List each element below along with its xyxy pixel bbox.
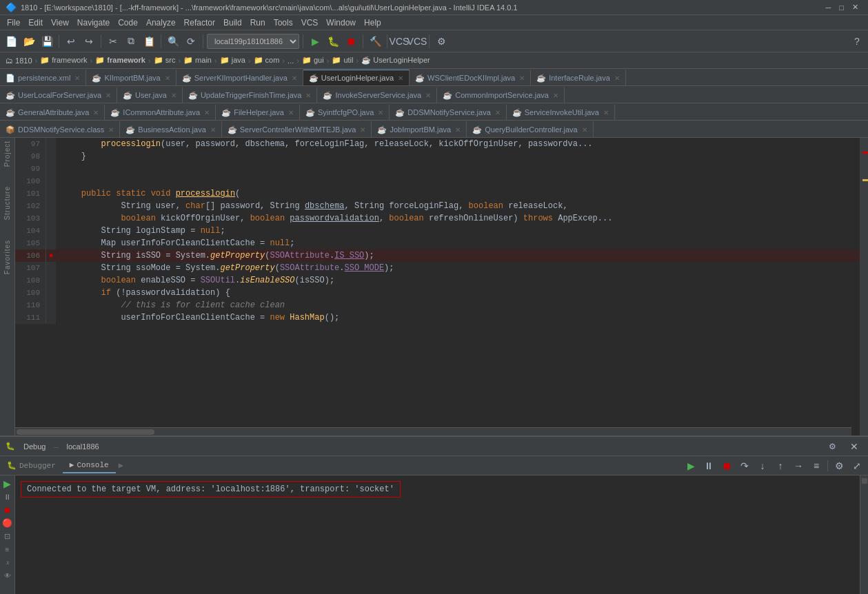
debug-close-btn[interactable]: ✕ xyxy=(846,438,862,455)
minimize-btn[interactable]: ─ xyxy=(822,3,836,12)
cut-btn[interactable]: ✂ xyxy=(105,33,121,50)
tab-invokeserver[interactable]: ☕ InvokeServerService.java ✕ xyxy=(317,87,437,103)
debug-stop-side-btn[interactable]: ⏹ xyxy=(2,504,13,515)
breadcrumb-framework1[interactable]: 📁 framework xyxy=(40,56,87,65)
debug-vars-btn[interactable]: 𝑥 xyxy=(2,557,13,568)
tab-persistence-xml[interactable]: 📄 persistence.xml ✕ xyxy=(0,70,86,85)
close-icon[interactable]: ✕ xyxy=(614,74,620,82)
tab-serverkiimporthandler[interactable]: ☕ ServerKIImportHandler.java ✕ xyxy=(176,70,303,85)
debug-thread-btn[interactable]: ⊡ xyxy=(2,531,13,542)
breadcrumb-framework2[interactable]: 📁 framework xyxy=(95,56,145,65)
tab-user[interactable]: ☕ User.java ✕ xyxy=(117,87,183,103)
build-btn[interactable]: 🔨 xyxy=(367,33,383,50)
menu-window[interactable]: Window xyxy=(322,17,360,29)
close-icon[interactable]: ✕ xyxy=(108,126,114,134)
close-icon[interactable]: ✕ xyxy=(603,109,609,116)
debug-mute-btn[interactable]: 🔴 xyxy=(2,518,13,529)
menu-code[interactable]: Code xyxy=(114,17,142,29)
menu-build[interactable]: Build xyxy=(219,17,246,29)
menu-tools[interactable]: Tools xyxy=(270,17,297,29)
tab-wsclientedocki[interactable]: ☕ WSClientEDocKIImpl.java ✕ xyxy=(410,70,531,85)
close-icon[interactable]: ✕ xyxy=(288,109,294,116)
project-label[interactable]: Project xyxy=(3,141,11,167)
paste-btn[interactable]: 📋 xyxy=(141,33,157,50)
tab-interfacerule[interactable]: ☕ InterfaceRule.java ✕ xyxy=(531,70,626,85)
vcs2-btn[interactable]: VCS xyxy=(409,33,425,50)
run-btn[interactable]: ▶ xyxy=(307,33,323,50)
horizontal-scrollbar[interactable] xyxy=(15,427,851,436)
tab-updatetrigger[interactable]: ☕ UpdateTriggerFinishTime.java ✕ xyxy=(183,87,318,103)
close-icon[interactable]: ✕ xyxy=(292,74,297,82)
debug-step-into-btn[interactable]: ↓ xyxy=(754,458,771,474)
debug-settings2-btn[interactable]: ⚙ xyxy=(831,458,847,474)
menu-edit[interactable]: Edit xyxy=(24,17,47,29)
debug-pause-btn[interactable]: ⏸ xyxy=(700,458,717,474)
tab-ddsmnotify[interactable]: ☕ DDSMNotifyService.java ✕ xyxy=(390,104,506,120)
close-icon[interactable]: ✕ xyxy=(425,92,431,99)
close-icon[interactable]: ✕ xyxy=(360,126,365,134)
tab-commonimport[interactable]: ☕ CommonImportService.java ✕ xyxy=(437,87,565,103)
tab-userloginhelper[interactable]: ☕ UserLoginHelper.java ✕ xyxy=(303,70,410,85)
breadcrumb-com[interactable]: 📁 com xyxy=(254,56,280,65)
close-icon[interactable]: ✕ xyxy=(519,74,525,82)
debug-settings-btn[interactable]: ⚙ xyxy=(824,438,840,455)
debug-resume-side-btn[interactable]: ▶ xyxy=(2,478,13,489)
debug-watches-btn[interactable]: 👁 xyxy=(2,570,13,581)
new-file-btn[interactable]: 📄 xyxy=(3,33,19,50)
debug-stop-btn[interactable]: ⏹ xyxy=(718,458,735,474)
tab-ddsmnotify-class[interactable]: 📦 DDSMNotifyService.class ✕ xyxy=(0,121,120,137)
close-icon[interactable]: ✕ xyxy=(455,126,461,134)
favorites-label[interactable]: Favorites xyxy=(3,240,11,274)
tab-serviceinvoke[interactable]: ☕ ServiceInvokeUtil.java ✕ xyxy=(507,104,615,120)
close-btn[interactable]: ✕ xyxy=(848,3,862,12)
replace-btn[interactable]: ⟳ xyxy=(183,33,199,50)
tab-servercontroller[interactable]: ☕ ServerControllerWithBMTEJB.java ✕ xyxy=(222,121,372,137)
close-icon[interactable]: ✕ xyxy=(165,74,170,82)
debug-step-out-btn[interactable]: ↑ xyxy=(772,458,789,474)
code-editor[interactable]: 97 processlogin(user, password, dbschema… xyxy=(15,138,860,436)
breadcrumb-src[interactable]: 📁 src xyxy=(154,56,176,65)
close-icon[interactable]: ✕ xyxy=(495,109,501,116)
maximize-btn[interactable]: □ xyxy=(835,3,848,12)
menu-refactor[interactable]: Refactor xyxy=(180,17,219,29)
close-icon[interactable]: ✕ xyxy=(93,109,99,116)
close-icon[interactable]: ✕ xyxy=(378,109,383,116)
debug-frames-btn[interactable]: ≡ xyxy=(2,544,13,555)
close-icon[interactable]: ✕ xyxy=(582,126,587,134)
close-icon[interactable]: ✕ xyxy=(398,74,403,82)
stop-btn[interactable]: ⏹ xyxy=(343,33,359,50)
help-search-btn[interactable]: ? xyxy=(849,33,865,50)
debug-evaluate-btn[interactable]: ≡ xyxy=(808,458,825,474)
search-btn[interactable]: 🔍 xyxy=(165,33,181,50)
open-btn[interactable]: 📂 xyxy=(21,33,37,50)
close-icon[interactable]: ✕ xyxy=(305,92,311,99)
tab-businessaction[interactable]: ☕ BusinessAction.java ✕ xyxy=(120,121,221,137)
menu-run[interactable]: Run xyxy=(246,17,270,29)
copy-btn[interactable]: ⧉ xyxy=(123,33,139,50)
undo-btn[interactable]: ↩ xyxy=(63,33,79,50)
breadcrumb-util[interactable]: 📁 util xyxy=(332,56,353,65)
tab-userlocalforserver[interactable]: ☕ UserLocalForServer.java ✕ xyxy=(0,87,117,103)
menu-view[interactable]: View xyxy=(47,17,73,29)
breadcrumb-java[interactable]: 📁 java xyxy=(220,56,245,65)
breadcrumb-gui[interactable]: 📁 gui xyxy=(302,56,324,65)
close-icon[interactable]: ✕ xyxy=(553,92,558,99)
debugger-tab[interactable]: 🐛 Debugger xyxy=(0,458,63,473)
debug-btn[interactable]: 🐛 xyxy=(325,33,341,50)
debug-step-over-btn[interactable]: ↷ xyxy=(736,458,753,474)
tab-syintfcfgpo[interactable]: ☕ SyintfcfgPO.java ✕ xyxy=(300,104,390,120)
close-icon[interactable]: ✕ xyxy=(210,126,216,134)
close-icon[interactable]: ✕ xyxy=(171,92,176,99)
settings-btn[interactable]: ⚙ xyxy=(433,33,450,50)
vcs-btn[interactable]: VCS xyxy=(391,33,407,50)
menu-vcs[interactable]: VCS xyxy=(297,17,323,29)
run-config-dropdown[interactable]: local199p1810t1886 xyxy=(207,34,299,49)
redo-btn[interactable]: ↪ xyxy=(81,33,97,50)
tab-jobimportbm[interactable]: ☕ JobImportBM.java ✕ xyxy=(372,121,467,137)
breadcrumb-file[interactable]: ☕ UserLoginHelper xyxy=(361,56,430,65)
menu-analyze[interactable]: Analyze xyxy=(142,17,180,29)
breadcrumb-main[interactable]: 📁 main xyxy=(183,56,212,65)
close-icon[interactable]: ✕ xyxy=(74,74,80,82)
menu-help[interactable]: Help xyxy=(360,17,385,29)
close-icon[interactable]: ✕ xyxy=(105,92,111,99)
